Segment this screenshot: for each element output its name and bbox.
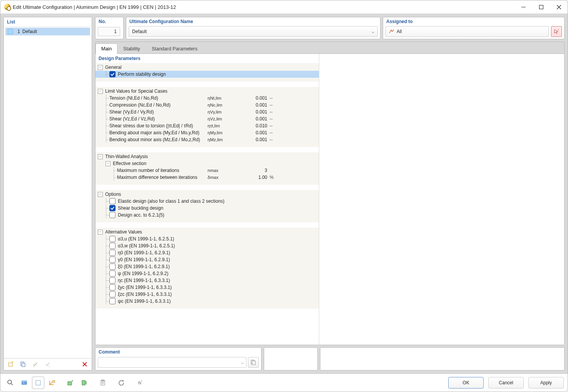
checkbox[interactable] <box>109 264 116 270</box>
pick-in-view-button[interactable] <box>551 26 562 37</box>
group-limit-values[interactable]: − Limit Values for Special Cases <box>96 88 319 95</box>
svg-point-6 <box>8 380 12 384</box>
checkbox[interactable] <box>109 277 116 284</box>
group-alternative-values[interactable]: − Alternative Values <box>96 229 319 235</box>
members-icon <box>389 29 394 34</box>
param-value[interactable]: 0.001 <box>236 95 270 101</box>
checkbox[interactable] <box>109 298 116 304</box>
checkbox[interactable] <box>109 71 116 77</box>
checkbox[interactable] <box>109 212 116 218</box>
option-row[interactable]: Design acc. to 6.2.1(5) <box>96 212 319 219</box>
alt-value-row[interactable]: ηc (EN 1999-1-1, 6.3.3.1) <box>96 277 319 284</box>
number-field[interactable]: 1 <box>98 27 120 36</box>
assigned-field[interactable]: All <box>385 26 549 37</box>
group-thin-walled[interactable]: − Thin-Walled Analysis <box>96 153 319 160</box>
param-value[interactable]: 1.00 <box>236 175 270 180</box>
checkbox[interactable] <box>109 198 116 204</box>
units-button[interactable]: 0,00 <box>18 377 30 389</box>
option-row[interactable]: Elastic design (also for class 1 and cla… <box>96 198 319 205</box>
group-options[interactable]: − Options <box>96 191 319 198</box>
tab-main[interactable]: Main <box>96 43 117 54</box>
alt-value-row[interactable]: ξ0 (EN 1999-1-1, 6.2.9.1) <box>96 263 319 270</box>
window-maximize-button[interactable] <box>532 0 550 13</box>
svg-text:0,00: 0,00 <box>22 382 27 384</box>
tab-standard-parameters[interactable]: Standard Parameters <box>146 43 203 54</box>
alt-value-row[interactable]: α3,w (EN 1999-1-1, 6.2.5.1) <box>96 242 319 249</box>
checkbox[interactable] <box>109 284 116 290</box>
cancel-button[interactable]: Cancel <box>488 377 524 389</box>
limit-row[interactable]: Shear (Vy,Ed / Vy,Rd)ηVy,lim0.001-- <box>96 108 319 115</box>
checkbox[interactable] <box>109 250 116 256</box>
tab-stability[interactable]: Stability <box>117 43 146 54</box>
limit-row[interactable]: Bending about major axis (My,Ed / Mo,y,R… <box>96 129 319 136</box>
name-value: Default <box>132 29 147 34</box>
limit-row[interactable]: Shear (Vz,Ed / Vz,Rd)ηVz,lim0.001-- <box>96 115 319 122</box>
limit-row[interactable]: Bending about minor axis (Mz,Ed / Mo,z,R… <box>96 136 319 143</box>
list-item[interactable]: 1 Default <box>5 28 90 35</box>
reset-button[interactable] <box>115 377 127 389</box>
group-general[interactable]: − General <box>96 64 319 71</box>
assigned-panel: Assigned to All <box>383 17 565 39</box>
local-axes-button[interactable] <box>46 377 58 389</box>
copy-item-button[interactable] <box>18 359 28 369</box>
param-value[interactable]: 3 <box>236 168 270 173</box>
list-item-label: Default <box>22 29 37 34</box>
subgroup-effective-section[interactable]: − Effective section <box>96 160 319 167</box>
param-value[interactable]: 0.001 <box>236 116 270 122</box>
alt-value-row[interactable]: ξyc (EN 1999-1-1, 6.3.3.1) <box>96 284 319 291</box>
ok-button[interactable]: OK <box>448 377 484 389</box>
function-button[interactable]: fx <box>134 377 146 389</box>
limit-row[interactable]: Tension (Nt,Ed / No,Rd)ηNt,lim0.001-- <box>96 95 319 102</box>
limit-row[interactable]: Shear stress due to torsion (|τt,Ed| / τ… <box>96 122 319 129</box>
checkbox[interactable] <box>109 236 116 242</box>
alt-value-row[interactable]: ξzc (EN 1999-1-1, 6.3.3.1) <box>96 291 319 298</box>
checkbox[interactable] <box>109 291 116 297</box>
help-button[interactable] <box>4 377 17 389</box>
param-value[interactable]: 0.001 <box>236 102 270 108</box>
alt-value-row[interactable]: ψ (EN 1999-1-1, 6.2.9.2) <box>96 270 319 277</box>
clipboard-icon <box>99 379 106 386</box>
limit-row[interactable]: Compression (Nc,Ed / No,Rd)ηNc,lim0.001-… <box>96 102 319 108</box>
alt-value-row[interactable]: η0 (EN 1999-1-1, 6.2.9.1) <box>96 249 319 256</box>
new-item-button[interactable] <box>5 359 16 369</box>
check-out-button[interactable] <box>42 359 53 369</box>
alt-value-row[interactable]: α3,u (EN 1999-1-1, 6.2.5.1) <box>96 235 319 242</box>
collapse-toggle[interactable]: − <box>98 192 103 197</box>
list-body[interactable]: 1 Default <box>4 27 92 358</box>
param-value[interactable]: 0.001 <box>236 137 270 142</box>
group-label: General <box>105 65 122 70</box>
checkbox[interactable] <box>109 243 116 249</box>
param-perform-stability[interactable]: Perform stability design <box>96 71 319 78</box>
window-close-button[interactable] <box>550 0 568 13</box>
collapse-toggle[interactable]: − <box>98 230 103 235</box>
cursor-icon <box>554 29 559 34</box>
parameters-tree[interactable]: Design Parameters − General <box>96 54 319 345</box>
param-value[interactable]: 0.001 <box>236 130 270 135</box>
clipboard-button[interactable] <box>97 377 109 389</box>
comment-library-button[interactable] <box>248 357 259 368</box>
param-value[interactable]: 0.010 <box>236 123 270 128</box>
param-name: Bending about minor axis (Mz,Ed / Mo,z,R… <box>109 137 208 142</box>
name-combo[interactable]: Default ⌵ <box>129 26 378 37</box>
check-in-button[interactable] <box>30 359 41 369</box>
thin-row[interactable]: Maximum difference between iterationsδma… <box>96 174 319 181</box>
window-minimize-button[interactable] <box>514 0 532 13</box>
checkbox[interactable] <box>109 257 116 263</box>
collapse-toggle[interactable]: − <box>98 65 103 70</box>
alt-value-row[interactable]: γ0 (EN 1999-1-1, 6.2.9.1) <box>96 256 319 263</box>
checkbox[interactable] <box>109 270 116 277</box>
checkbox[interactable] <box>109 205 116 211</box>
comment-combo[interactable]: ⌵ <box>98 357 246 368</box>
collapse-toggle[interactable]: − <box>98 154 103 159</box>
export-button[interactable] <box>78 377 90 389</box>
collapse-toggle[interactable]: − <box>106 161 111 166</box>
apply-button[interactable]: Apply <box>528 377 564 389</box>
param-value[interactable]: 0.001 <box>236 109 270 115</box>
import-button[interactable] <box>64 377 77 389</box>
option-row[interactable]: Shear buckling design <box>96 205 319 212</box>
thin-row[interactable]: Maximum number of iterationsnmax3 <box>96 167 319 174</box>
view-toggle-button[interactable] <box>32 377 44 389</box>
delete-item-button[interactable] <box>79 359 90 369</box>
alt-value-row[interactable]: ψc (EN 1999-1-1, 6.3.3.1) <box>96 298 319 305</box>
collapse-toggle[interactable]: − <box>98 89 103 94</box>
